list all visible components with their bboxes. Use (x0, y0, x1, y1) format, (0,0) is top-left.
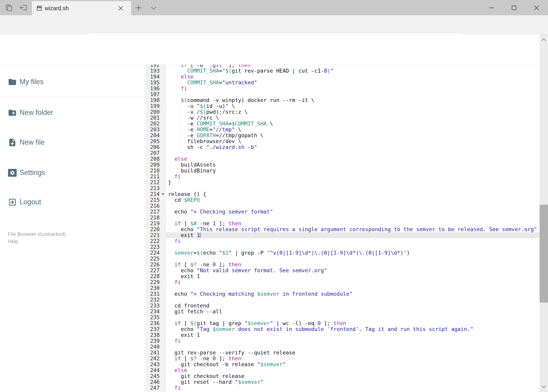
line-number: 237 (150, 326, 160, 332)
code-line[interactable]: -e HOME="//tmp" \ (168, 127, 241, 133)
code-line[interactable]: -e GOPATH=//tmp/gopath \ (168, 133, 264, 138)
line-number: 236 (150, 320, 160, 326)
line-number: 225 (150, 256, 160, 262)
sidebar-item-label: New folder (20, 108, 53, 117)
code-line[interactable]: cd frontend (168, 303, 209, 309)
sidebar-item-new-folder[interactable]: New folder (0, 102, 145, 123)
tab-list-chevron-icon[interactable] (150, 5, 157, 11)
line-number: 196 (150, 85, 160, 91)
code-line[interactable]: git fetch --all (168, 309, 222, 315)
minimize-icon[interactable] (481, 4, 502, 12)
code-line[interactable]: echo "This release script requires a sin… (168, 226, 537, 232)
line-number: 200 (150, 109, 160, 115)
code-area[interactable]: if [ -d ".git" ]; then COMMIT_SHA="$(git… (166, 65, 540, 392)
line-number: 239 (150, 338, 160, 344)
sidebar-item-settings[interactable]: Settings (0, 162, 145, 183)
code-line[interactable]: -u "$(id -u)" \ (168, 103, 235, 109)
code-line[interactable]: $(command -v winpty) docker run --rm -it… (168, 97, 314, 103)
line-number: 194 (150, 74, 160, 80)
line-number: 214 (150, 191, 160, 197)
code-line[interactable]: exit 1 (168, 273, 200, 279)
code-line[interactable]: echo "> Checking semver format" (168, 209, 273, 215)
code-line[interactable]: git reset --hard "$semver" (168, 379, 264, 385)
line-number: 217 (150, 209, 160, 215)
code-line[interactable]: if [ -d ".git" ]; then (168, 65, 251, 68)
code-line[interactable]: fi (168, 338, 181, 344)
tab-preview-icon[interactable] (5, 3, 13, 12)
close-tab-icon[interactable] (118, 6, 124, 11)
fold-marker-icon[interactable] (162, 193, 164, 195)
gutter: 1921931941951961971981992002012022032042… (145, 65, 166, 392)
set-tabs-aside-icon[interactable] (19, 3, 28, 12)
code-line[interactable]: -v /$(pwd):/src:z \ (168, 109, 248, 115)
new-folder-icon (8, 108, 17, 117)
line-number: 195 (150, 80, 160, 85)
help-link[interactable]: Help (8, 238, 66, 245)
code-line[interactable]: else (168, 74, 194, 80)
line-number: 204 (150, 133, 160, 138)
line-number: 206 (150, 144, 160, 150)
code-line[interactable]: buildBinary (168, 168, 216, 174)
line-number: 242 (150, 356, 160, 362)
new-tab-icon[interactable] (135, 4, 142, 11)
line-number: 238 (150, 332, 160, 338)
code-line[interactable]: else (168, 367, 187, 373)
code-line[interactable]: -w //src \ (168, 115, 219, 121)
sidebar-item-logout[interactable]: Logout (0, 191, 145, 213)
code-line[interactable]: if [ $? -ne 0 ]; then (168, 356, 241, 362)
code-line[interactable]: semver=$(echo "$1" | grep -P '^v(0|[1-9]… (168, 250, 410, 256)
line-number: 218 (150, 215, 160, 221)
code-line[interactable]: fi (168, 279, 181, 285)
code-line[interactable]: git rev-parse --verify --quiet release (168, 350, 295, 356)
line-number: 209 (150, 162, 160, 168)
app-header: Search... (0, 35, 540, 65)
code-line[interactable]: fi (168, 385, 181, 391)
line-number: 211 (150, 174, 160, 179)
sidebar-item-my-files[interactable]: My files (0, 71, 145, 93)
code-line[interactable]: if [ $? -ne 0 ]; then (168, 262, 241, 267)
code-line[interactable]: echo "Tag $semver does not exist in subm… (168, 326, 473, 332)
active-line-highlight (166, 232, 540, 238)
sidebar-footer: File Browser v(untracked) Help (8, 231, 66, 245)
code-line[interactable]: fi (168, 174, 181, 179)
line-number: 241 (150, 350, 160, 356)
page-scrollbar[interactable] (540, 35, 548, 392)
line-number: 232 (150, 297, 160, 303)
code-line[interactable]: if [ $(git tag | grep "$semver" | wc -l)… (168, 320, 346, 326)
scrollbar-thumb[interactable] (540, 205, 548, 302)
code-editor[interactable]: 1921931941951961971981992002012022032042… (145, 65, 540, 392)
folder-icon (8, 77, 17, 86)
code-line[interactable]: git checkout -b release "$semver" (168, 362, 286, 367)
sidebar-item-label: Settings (20, 168, 45, 177)
code-line[interactable]: filebrowser/dev \ (168, 138, 241, 144)
maximize-icon[interactable] (503, 4, 525, 12)
scroll-up-icon[interactable] (541, 37, 547, 43)
code-line[interactable]: fi (168, 85, 187, 91)
line-number: 226 (150, 262, 160, 267)
line-number: 240 (150, 344, 160, 350)
code-line[interactable]: exit 1 (168, 232, 200, 238)
code-line[interactable]: git checkout release (168, 373, 244, 379)
code-line[interactable]: release () { (168, 191, 206, 197)
line-number: 246 (150, 379, 160, 385)
code-line[interactable]: echo "> Checking matching $semver in fro… (168, 291, 353, 297)
code-line[interactable]: cd $REPO (168, 197, 200, 203)
code-line[interactable]: echo "Not valid semver format. See semve… (168, 267, 327, 273)
sidebar-item-new-file[interactable]: New file (0, 132, 145, 153)
line-number: 199 (150, 103, 160, 109)
code-line[interactable]: } (168, 179, 171, 185)
code-line[interactable]: buildAssets (168, 162, 216, 168)
code-line[interactable]: COMMIT_SHA="untracked" (168, 80, 257, 85)
line-number: 210 (150, 168, 160, 174)
code-line[interactable]: if [ $# -ne 1 ]; then (168, 221, 241, 226)
code-line[interactable]: COMMIT_SHA="$(git rev-parse HEAD | cut -… (168, 68, 333, 74)
code-line[interactable]: else (168, 156, 187, 162)
code-line[interactable]: exit 1 (168, 332, 200, 338)
close-window-icon[interactable] (526, 4, 547, 12)
code-line[interactable]: fi (168, 238, 181, 244)
line-number: 221 (150, 232, 160, 238)
tab-wizard-sh[interactable]: wizard.sh (32, 1, 131, 15)
code-line[interactable]: -e COMMIT_SHA=$COMMIT_SHA \ (168, 121, 273, 127)
scroll-down-icon[interactable] (541, 384, 547, 390)
code-line[interactable]: sh -c "./wizard.sh -b" (168, 144, 257, 150)
